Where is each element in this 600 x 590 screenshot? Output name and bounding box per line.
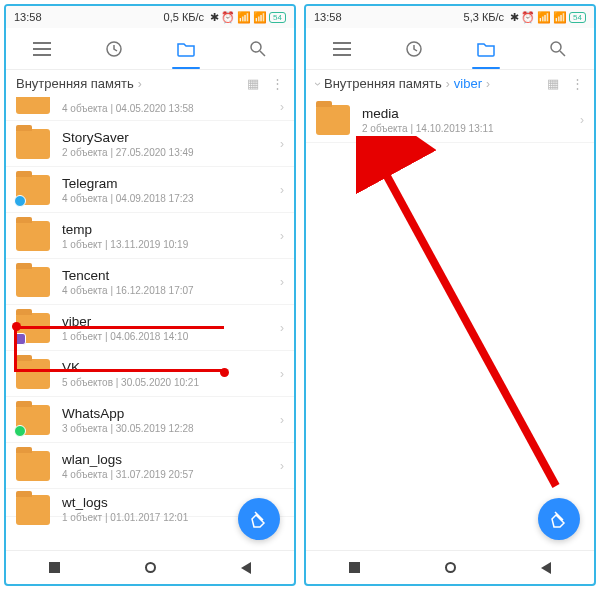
folder-icon [16,451,50,481]
status-time: 13:58 [14,11,42,23]
chevron-right-icon: › [280,275,284,289]
folder-name: viber [62,314,274,329]
folder-name: WhatsApp [62,406,274,421]
list-item-media[interactable]: media 2 объекта | 14.10.2019 13:11 › [306,97,594,143]
recent-tab[interactable] [78,28,150,69]
list-item[interactable]: WhatsApp 3 объекта | 30.05.2019 12:28 › [6,397,294,443]
chevron-right-icon: › [280,367,284,381]
chevron-right-icon: › [280,459,284,473]
top-tabs [6,28,294,70]
clean-fab[interactable] [238,498,280,540]
folder-icon [16,405,50,435]
nav-recent-icon[interactable] [49,562,60,573]
status-rate: 0,5 КБ/с [164,11,205,23]
list-item[interactable]: wlan_logs 4 объекта | 31.07.2019 20:57 › [6,443,294,489]
clean-fab[interactable] [538,498,580,540]
folder-icon [16,129,50,159]
folder-list[interactable]: media 2 объекта | 14.10.2019 13:11 › [306,97,594,550]
status-icons: ✱⏰📶📶 54 [510,11,586,24]
chevron-right-icon: › [280,229,284,243]
list-item[interactable]: Telegram 4 объекта | 04.09.2018 17:23 › [6,167,294,213]
folder-icon [316,105,350,135]
more-icon[interactable]: ⋮ [571,76,584,91]
breadcrumb-root: Внутренняя память [16,76,134,91]
breadcrumb-sub: viber [454,76,482,91]
list-item[interactable]: temp 1 объект | 13.11.2019 10:19 › [6,213,294,259]
folder-icon [16,175,50,205]
nav-recent-icon[interactable] [349,562,360,573]
list-item[interactable]: 4 объекта | 04.05.2020 13:58 › [6,97,294,121]
status-right: 5,3 КБ/с ✱⏰📶📶 54 [464,11,586,24]
list-item-viber[interactable]: viber 1 объект | 04.06.2018 14:10 › [6,305,294,351]
nav-back-icon[interactable] [241,562,251,574]
svg-point-3 [551,42,561,52]
chevron-right-icon: › [280,321,284,335]
search-button[interactable] [222,28,294,69]
status-right: 0,5 КБ/с ✱⏰📶📶 54 [164,11,286,24]
app-badge-viber [14,333,26,345]
chevron-right-icon: › [280,413,284,427]
chevron-right-icon: › [486,77,490,91]
android-nav [306,550,594,584]
nav-home-icon[interactable] [445,562,456,573]
search-button[interactable] [522,28,594,69]
phone-right: 13:58 5,3 КБ/с ✱⏰📶📶 54 › Внутренняя памя… [304,4,596,586]
folder-icon [16,221,50,251]
status-bar: 13:58 0,5 КБ/с ✱⏰📶📶 54 [6,6,294,28]
menu-button[interactable] [6,28,78,69]
battery-icon: 54 [269,12,286,23]
storage-tab[interactable] [450,28,522,69]
breadcrumb[interactable]: › Внутренняя память › viber › ▦ ⋮ [306,70,594,97]
chevron-right-icon: › [280,100,284,114]
phone-left: 13:58 0,5 КБ/с ✱⏰📶📶 54 Внутренняя память… [4,4,296,586]
battery-icon: 54 [569,12,586,23]
app-badge-telegram [14,195,26,207]
view-grid-icon[interactable]: ▦ [547,76,559,91]
android-nav [6,550,294,584]
nav-home-icon[interactable] [145,562,156,573]
folder-list[interactable]: 4 объекта | 04.05.2020 13:58 › StorySave… [6,97,294,550]
status-bar: 13:58 5,3 КБ/с ✱⏰📶📶 54 [306,6,594,28]
chevron-right-icon: › [280,183,284,197]
folder-icon [16,359,50,389]
folder-icon [16,267,50,297]
menu-button[interactable] [306,28,378,69]
folder-icon [16,97,50,114]
nav-back-icon[interactable] [541,562,551,574]
folder-name: wlan_logs [62,452,274,467]
folder-name: StorySaver [62,130,274,145]
folder-name: VK [62,360,274,375]
list-item[interactable]: StorySaver 2 объекта | 27.05.2020 13:49 … [6,121,294,167]
chevron-right-icon: › [580,113,584,127]
folder-name: Tencent [62,268,274,283]
breadcrumb[interactable]: Внутренняя память › ▦ ⋮ [6,70,294,97]
list-item[interactable]: VK 5 объектов | 30.05.2020 10:21 › [6,351,294,397]
chevron-down-icon: › [311,82,325,86]
status-icons: ✱⏰📶📶 54 [210,11,286,24]
folder-name: temp [62,222,274,237]
chevron-right-icon: › [446,77,450,91]
svg-point-1 [251,42,261,52]
more-icon[interactable]: ⋮ [271,76,284,91]
folder-name: Telegram [62,176,274,191]
storage-tab[interactable] [150,28,222,69]
list-item[interactable]: Tencent 4 объекта | 16.12.2018 17:07 › [6,259,294,305]
chevron-right-icon: › [138,77,142,91]
chevron-right-icon: › [280,137,284,151]
status-time: 13:58 [314,11,342,23]
top-tabs [306,28,594,70]
folder-icon [16,313,50,343]
view-grid-icon[interactable]: ▦ [247,76,259,91]
app-badge-whatsapp [14,425,26,437]
folder-icon [16,495,50,525]
recent-tab[interactable] [378,28,450,69]
folder-name: media [362,106,574,121]
status-rate: 5,3 КБ/с [464,11,505,23]
breadcrumb-root: Внутренняя память [324,76,442,91]
